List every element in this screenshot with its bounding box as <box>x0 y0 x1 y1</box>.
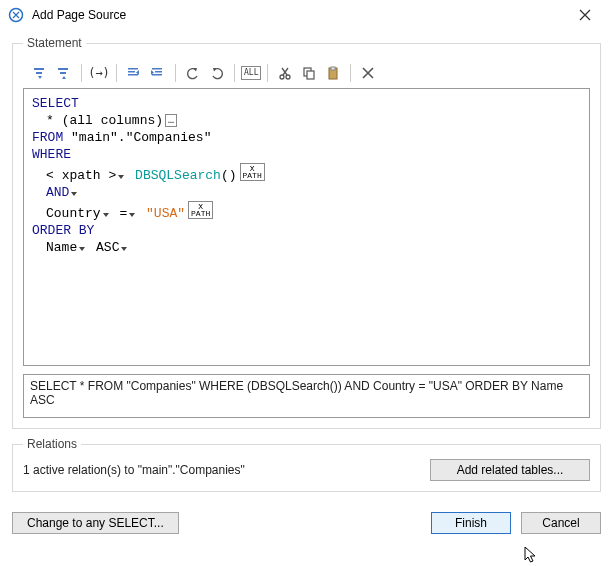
kw-from: FROM <box>32 130 63 145</box>
kw-orderby: ORDER BY <box>32 223 94 238</box>
kw-select: SELECT <box>32 96 79 111</box>
all-icon[interactable]: ALL <box>241 66 261 80</box>
mouse-cursor-icon <box>524 547 538 565</box>
kw-where: WHERE <box>32 147 71 162</box>
title-bar: Add Page Source <box>0 0 613 30</box>
svg-rect-20 <box>307 71 314 79</box>
sql-toolbar: (→) ALL <box>23 58 590 88</box>
window-title: Add Page Source <box>32 8 565 22</box>
undo-icon[interactable] <box>182 62 204 84</box>
svg-marker-6 <box>62 76 66 79</box>
relations-group: Relations 1 active relation(s) to "main"… <box>12 437 601 492</box>
svg-rect-12 <box>155 71 162 73</box>
op-dropdown-icon[interactable] <box>129 210 136 217</box>
toolbar-sep <box>350 64 351 82</box>
and-dropdown-icon[interactable] <box>71 189 78 196</box>
close-button[interactable] <box>565 0 605 30</box>
relations-text: 1 active relation(s) to "main"."Companie… <box>23 463 420 477</box>
indent-left-icon[interactable] <box>123 62 145 84</box>
country-col: Country <box>46 206 101 221</box>
orderby-col-dropdown-icon[interactable] <box>79 244 86 251</box>
xpath-label: xpath <box>62 168 101 183</box>
orderby-col: Name <box>46 240 77 255</box>
xpath-chooser-button[interactable]: XPATH <box>240 163 265 181</box>
gt: > <box>108 168 116 183</box>
svg-rect-11 <box>152 68 162 70</box>
svg-rect-13 <box>152 74 162 76</box>
finish-button[interactable]: Finish <box>431 512 511 534</box>
parens-icon[interactable]: (→) <box>88 62 110 84</box>
add-related-tables-button[interactable]: Add related tables... <box>430 459 590 481</box>
svg-marker-16 <box>213 68 217 72</box>
svg-rect-4 <box>58 68 68 70</box>
eq: = <box>119 206 127 221</box>
svg-rect-5 <box>60 72 66 74</box>
app-icon <box>8 7 24 23</box>
star: * <box>46 113 54 128</box>
sql-flat-preview: SELECT * FROM "Companies" WHERE (DBSQLSe… <box>23 374 590 418</box>
xpath-dropdown-icon[interactable] <box>118 172 125 179</box>
redo-icon[interactable] <box>206 62 228 84</box>
change-select-button[interactable]: Change to any SELECT... <box>12 512 179 534</box>
svg-marker-3 <box>38 76 42 79</box>
orderby-dir: ASC <box>96 240 119 255</box>
value-xpath-chooser-button[interactable]: XPATH <box>188 201 213 219</box>
toolbar-sep <box>234 64 235 82</box>
delete-icon[interactable] <box>357 62 379 84</box>
svg-rect-2 <box>36 72 42 74</box>
country-val: "USA" <box>146 206 185 221</box>
statement-group: Statement (→) ALL SELECT * (all columns)… <box>12 36 601 429</box>
kw-and: AND <box>46 185 69 200</box>
indent-right-icon[interactable] <box>147 62 169 84</box>
cut-icon[interactable] <box>274 62 296 84</box>
all-columns-label: (all columns) <box>62 113 163 128</box>
svg-rect-1 <box>34 68 44 70</box>
fn-parens: () <box>221 168 237 183</box>
svg-rect-7 <box>128 68 138 70</box>
country-col-dropdown-icon[interactable] <box>103 210 110 217</box>
fn-dbsqlsearch: DBSQLSearch <box>135 168 221 183</box>
columns-more-button[interactable]: … <box>165 114 177 127</box>
toolbar-sep <box>267 64 268 82</box>
statement-legend: Statement <box>23 36 86 50</box>
toolbar-sep <box>81 64 82 82</box>
relations-legend: Relations <box>23 437 81 451</box>
dialog-button-row: Change to any SELECT... Finish Cancel <box>0 510 613 534</box>
filter-next-icon[interactable] <box>53 62 75 84</box>
svg-point-17 <box>280 75 284 79</box>
filter-prev-icon[interactable] <box>29 62 51 84</box>
svg-rect-9 <box>128 74 138 76</box>
cancel-button[interactable]: Cancel <box>521 512 601 534</box>
from-schema: "main" <box>71 130 118 145</box>
toolbar-sep <box>116 64 117 82</box>
svg-rect-8 <box>128 71 135 73</box>
orderby-dir-dropdown-icon[interactable] <box>121 244 128 251</box>
svg-marker-15 <box>193 68 197 72</box>
lt: < <box>46 168 54 183</box>
svg-rect-22 <box>331 67 335 70</box>
toolbar-sep <box>175 64 176 82</box>
paste-icon[interactable] <box>322 62 344 84</box>
svg-point-18 <box>286 75 290 79</box>
sql-editor[interactable]: SELECT * (all columns)… FROM "main"."Com… <box>23 88 590 366</box>
copy-icon[interactable] <box>298 62 320 84</box>
from-table: "Companies" <box>126 130 212 145</box>
